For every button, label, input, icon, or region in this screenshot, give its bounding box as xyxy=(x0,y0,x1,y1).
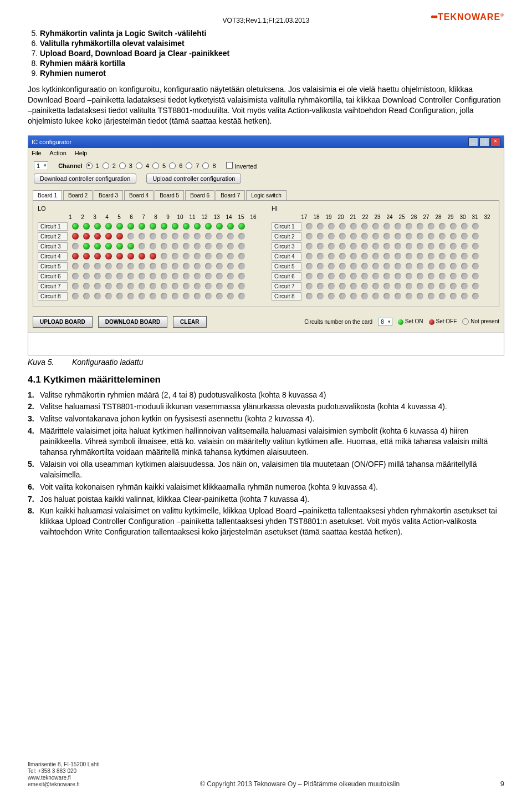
luminaire-dot[interactable] xyxy=(439,283,446,289)
luminaire-dot[interactable] xyxy=(116,233,123,240)
channel-radios[interactable]: Channel 1 2 3 4 5 6 7 8 xyxy=(58,162,216,169)
luminaire-dot[interactable] xyxy=(238,293,245,299)
luminaire-dot[interactable] xyxy=(361,293,368,299)
luminaire-dot[interactable] xyxy=(406,233,412,240)
luminaire-dot[interactable] xyxy=(150,233,156,240)
luminaire-dot[interactable] xyxy=(361,233,368,240)
luminaire-dot[interactable] xyxy=(428,253,434,259)
luminaire-dot[interactable] xyxy=(350,243,357,250)
download-config-button[interactable]: Download controller configuration xyxy=(34,174,136,184)
luminaire-dot[interactable] xyxy=(383,223,390,230)
luminaire-dot[interactable] xyxy=(194,223,201,230)
luminaire-dot[interactable] xyxy=(205,233,212,240)
luminaire-dot[interactable] xyxy=(439,263,446,269)
luminaire-dot[interactable] xyxy=(172,263,178,269)
luminaire-dot[interactable] xyxy=(116,263,123,269)
luminaire-dot[interactable] xyxy=(194,253,201,259)
luminaire-dot[interactable] xyxy=(328,263,335,269)
luminaire-dot[interactable] xyxy=(461,223,468,230)
luminaire-dot[interactable] xyxy=(417,233,423,240)
luminaire-dot[interactable] xyxy=(472,223,479,230)
luminaire-dot[interactable] xyxy=(372,233,379,240)
luminaire-dot[interactable] xyxy=(105,233,112,240)
luminaire-dot[interactable] xyxy=(395,233,401,240)
luminaire-dot[interactable] xyxy=(161,293,167,299)
luminaire-dot[interactable] xyxy=(306,253,313,259)
luminaire-dot[interactable] xyxy=(161,253,167,259)
luminaire-dot[interactable] xyxy=(127,223,134,230)
luminaire-dot[interactable] xyxy=(350,273,357,279)
luminaire-dot[interactable] xyxy=(183,283,190,289)
luminaire-dot[interactable] xyxy=(417,263,423,269)
luminaire-dot[interactable] xyxy=(428,293,434,299)
luminaire-dot[interactable] xyxy=(395,253,401,259)
luminaire-dot[interactable] xyxy=(94,223,101,230)
luminaire-dot[interactable] xyxy=(183,273,190,279)
luminaire-dot[interactable] xyxy=(372,223,379,230)
luminaire-dot[interactable] xyxy=(105,263,112,269)
luminaire-dot[interactable] xyxy=(350,283,357,289)
luminaire-dot[interactable] xyxy=(194,243,201,250)
luminaire-dot[interactable] xyxy=(105,223,112,230)
luminaire-dot[interactable] xyxy=(472,283,479,289)
luminaire-dot[interactable] xyxy=(172,253,178,259)
luminaire-dot[interactable] xyxy=(116,293,123,299)
luminaire-dot[interactable] xyxy=(428,283,434,289)
luminaire-dot[interactable] xyxy=(328,293,335,299)
luminaire-dot[interactable] xyxy=(439,273,446,279)
luminaire-dot[interactable] xyxy=(116,273,123,279)
luminaire-dot[interactable] xyxy=(183,253,190,259)
luminaire-dot[interactable] xyxy=(450,233,457,240)
luminaire-dot[interactable] xyxy=(417,283,423,289)
luminaire-dot[interactable] xyxy=(339,273,346,279)
luminaire-dot[interactable] xyxy=(372,283,379,289)
luminaire-dot[interactable] xyxy=(116,283,123,289)
luminaire-dot[interactable] xyxy=(227,273,234,279)
luminaire-dot[interactable] xyxy=(461,293,468,299)
luminaire-dot[interactable] xyxy=(339,233,346,240)
luminaire-dot[interactable] xyxy=(94,253,101,259)
luminaire-dot[interactable] xyxy=(383,263,390,269)
luminaire-dot[interactable] xyxy=(317,233,324,240)
luminaire-dot[interactable] xyxy=(72,243,79,250)
luminaire-dot[interactable] xyxy=(94,243,101,250)
luminaire-dot[interactable] xyxy=(161,243,167,250)
menubar[interactable]: File Action Help xyxy=(28,148,504,158)
luminaire-dot[interactable] xyxy=(83,273,90,279)
luminaire-dot[interactable] xyxy=(227,293,234,299)
upload-config-button[interactable]: Upload controller configuration xyxy=(146,174,241,184)
luminaire-dot[interactable] xyxy=(83,253,90,259)
luminaire-dot[interactable] xyxy=(150,263,156,269)
luminaire-dot[interactable] xyxy=(383,253,390,259)
luminaire-dot[interactable] xyxy=(328,253,335,259)
luminaire-dot[interactable] xyxy=(238,283,245,289)
luminaire-dot[interactable] xyxy=(227,283,234,289)
luminaire-dot[interactable] xyxy=(172,273,178,279)
luminaire-dot[interactable] xyxy=(439,243,446,250)
luminaire-dot[interactable] xyxy=(428,233,434,240)
luminaire-dot[interactable] xyxy=(406,273,412,279)
luminaire-dot[interactable] xyxy=(372,263,379,269)
luminaire-dot[interactable] xyxy=(150,273,156,279)
luminaire-dot[interactable] xyxy=(127,243,134,250)
luminaire-dot[interactable] xyxy=(205,273,212,279)
luminaire-dot[interactable] xyxy=(238,253,245,259)
luminaire-dot[interactable] xyxy=(227,233,234,240)
luminaire-dot[interactable] xyxy=(183,263,190,269)
luminaire-dot[interactable] xyxy=(205,283,212,289)
luminaire-dot[interactable] xyxy=(139,263,145,269)
luminaire-dot[interactable] xyxy=(361,243,368,250)
luminaire-dot[interactable] xyxy=(127,293,134,299)
luminaire-dot[interactable] xyxy=(361,283,368,289)
luminaire-dot[interactable] xyxy=(205,253,212,259)
luminaire-dot[interactable] xyxy=(194,233,201,240)
luminaire-dot[interactable] xyxy=(205,243,212,250)
luminaire-dot[interactable] xyxy=(461,273,468,279)
luminaire-dot[interactable] xyxy=(227,223,234,230)
luminaire-dot[interactable] xyxy=(194,283,201,289)
luminaire-dot[interactable] xyxy=(306,233,313,240)
luminaire-dot[interactable] xyxy=(150,243,156,250)
luminaire-dot[interactable] xyxy=(439,233,446,240)
luminaire-dot[interactable] xyxy=(395,243,401,250)
luminaire-dot[interactable] xyxy=(383,283,390,289)
